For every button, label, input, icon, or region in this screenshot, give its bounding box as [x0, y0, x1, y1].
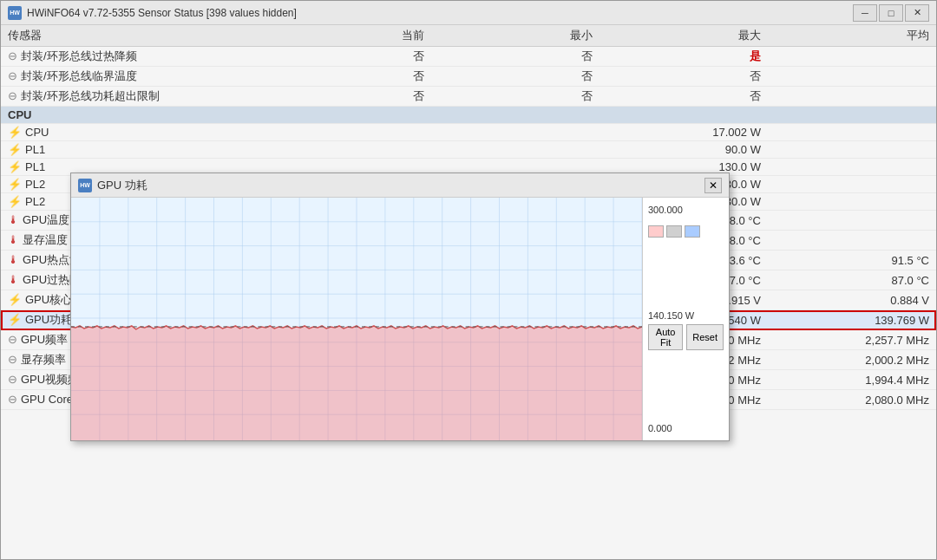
- col-avg: 平均: [768, 25, 936, 47]
- window-title: HWiNFO64 v7.72-5355 Sensor Status [398 v…: [27, 7, 853, 19]
- chart-close-button[interactable]: ✕: [704, 178, 722, 193]
- close-button[interactable]: ✕: [905, 4, 929, 22]
- sensor-label: ⊖封装/环形总线临界温度: [1, 67, 263, 87]
- current-value: 否: [263, 47, 431, 67]
- color-box-red[interactable]: [648, 225, 664, 238]
- chart-scale-bottom: 0.000: [648, 423, 724, 433]
- chart-body: 300.000 140.150 W Auto Fit Reset: [71, 198, 729, 440]
- avg-value: 2,000.2 MHz: [768, 350, 936, 370]
- col-sensor: 传感器: [1, 25, 263, 47]
- avg-value: [768, 176, 936, 193]
- chart-title-bar: HW GPU 功耗 ✕: [71, 173, 729, 198]
- minus-icon: ⊖: [8, 69, 17, 82]
- thermometer-icon: 🌡: [8, 273, 19, 286]
- reset-button[interactable]: Reset: [686, 324, 724, 350]
- min-value: 否: [431, 47, 600, 67]
- main-window: HW HWiNFO64 v7.72-5355 Sensor Status [39…: [0, 0, 937, 560]
- scale-bottom-label: 0.000: [648, 423, 672, 433]
- avg-value: 1,994.4 MHz: [768, 370, 936, 390]
- lightning-icon: ⚡: [8, 313, 22, 326]
- col-current: 当前: [263, 25, 431, 47]
- sensor-label: ⚡CPU: [1, 124, 263, 141]
- current-value: [263, 124, 431, 141]
- lightning-icon: ⚡: [8, 126, 22, 139]
- avg-value: 91.5 °C: [768, 251, 936, 270]
- minus-icon: ⊖: [8, 373, 17, 386]
- avg-value: [768, 67, 936, 87]
- chart-svg: [71, 198, 642, 440]
- avg-value: 139.769 W: [768, 310, 936, 330]
- color-box-blue[interactable]: [685, 225, 700, 238]
- lightning-icon: ⚡: [8, 143, 22, 156]
- table-row[interactable]: CPU: [1, 107, 936, 124]
- avg-value: [768, 211, 936, 231]
- avg-value: [768, 193, 936, 211]
- avg-value: [768, 141, 936, 159]
- avg-value: 87.0 °C: [768, 270, 936, 290]
- thermometer-icon: 🌡: [8, 233, 19, 246]
- lightning-icon: ⚡: [8, 195, 22, 208]
- minus-icon: ⊖: [8, 333, 17, 346]
- chart-action-buttons: Auto Fit Reset: [648, 324, 724, 350]
- table-row[interactable]: ⊖封装/环形总线过热降频否否是: [1, 47, 936, 67]
- avg-value: [768, 231, 936, 251]
- maximize-button[interactable]: □: [879, 4, 903, 22]
- minus-icon: ⊖: [8, 353, 17, 366]
- table-row[interactable]: ⚡PL190.0 W: [1, 141, 936, 159]
- lightning-icon: ⚡: [8, 293, 22, 306]
- min-value: 否: [431, 67, 600, 87]
- minus-icon: ⊖: [8, 393, 17, 406]
- avg-value: [768, 124, 936, 141]
- title-bar: HW HWiNFO64 v7.72-5355 Sensor Status [39…: [1, 1, 936, 25]
- col-min: 最小: [431, 25, 600, 47]
- avg-value: [768, 159, 936, 176]
- sensor-label: ⊖封装/环形总线功耗超出限制: [1, 87, 263, 107]
- window-controls: ─ □ ✕: [853, 4, 929, 22]
- minus-icon: ⊖: [8, 49, 17, 62]
- table-row[interactable]: ⊖封装/环形总线临界温度否否否: [1, 67, 936, 87]
- max-value: 否: [600, 87, 768, 107]
- current-value: 否: [263, 67, 431, 87]
- chart-legend-colors: [648, 225, 724, 238]
- section-header: CPU: [1, 107, 936, 124]
- max-red-value: 是: [750, 49, 761, 62]
- avg-value: [768, 87, 936, 107]
- table-row[interactable]: ⚡CPU17.002 W: [1, 124, 936, 141]
- chart-app-icon: HW: [78, 179, 92, 192]
- color-box-gray[interactable]: [666, 225, 682, 238]
- col-max: 最大: [600, 25, 768, 47]
- sensor-label: ⚡PL1: [1, 141, 263, 159]
- max-value: 17.002 W: [600, 124, 768, 141]
- avg-value: 2,257.7 MHz: [768, 330, 936, 350]
- current-value: [263, 141, 431, 159]
- max-value: 是: [600, 47, 768, 67]
- chart-scale-top: 300.000: [648, 205, 724, 238]
- avg-value: 2,080.0 MHz: [768, 390, 936, 410]
- minus-icon: ⊖: [8, 89, 17, 102]
- auto-fit-button[interactable]: Auto Fit: [648, 324, 683, 350]
- scale-mid-label: 140.150 W: [648, 310, 694, 321]
- max-value: 90.0 W: [600, 141, 768, 159]
- minimize-button[interactable]: ─: [853, 4, 877, 22]
- thermometer-icon: 🌡: [8, 253, 19, 266]
- chart-sidebar: 300.000 140.150 W Auto Fit Reset: [642, 198, 729, 440]
- chart-title: GPU 功耗: [97, 178, 704, 193]
- min-value: [431, 124, 600, 141]
- max-value: 否: [600, 67, 768, 87]
- avg-value: [768, 47, 936, 67]
- lightning-icon: ⚡: [8, 160, 22, 173]
- scale-top-label: 300.000: [648, 205, 724, 215]
- current-value: 否: [263, 87, 431, 107]
- app-icon: HW: [8, 6, 22, 20]
- min-value: [431, 141, 600, 159]
- avg-value: 0.884 V: [768, 290, 936, 310]
- table-row[interactable]: ⊖封装/环形总线功耗超出限制否否否: [1, 87, 936, 107]
- chart-scale-mid: 140.150 W Auto Fit Reset: [648, 310, 724, 350]
- gpu-power-chart: HW GPU 功耗 ✕: [70, 173, 730, 441]
- lightning-icon: ⚡: [8, 178, 22, 191]
- thermometer-icon: 🌡: [8, 213, 19, 226]
- sensor-table-container: 传感器 当前 最小 最大 平均 ⊖封装/环形总线过热降频否否是⊖封装/环形总线临…: [1, 25, 936, 559]
- sensor-label: ⊖封装/环形总线过热降频: [1, 47, 263, 67]
- min-value: 否: [431, 87, 600, 107]
- chart-area: [71, 198, 642, 440]
